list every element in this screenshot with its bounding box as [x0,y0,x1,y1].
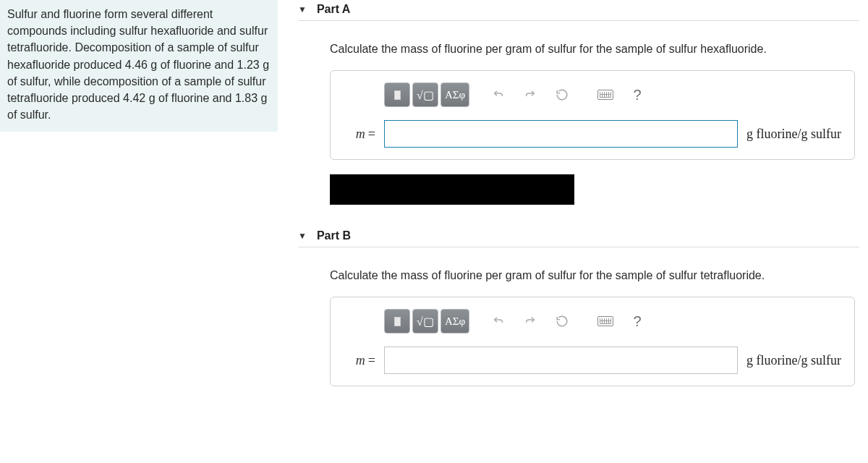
help-button[interactable]: ? [623,309,652,334]
reset-button[interactable] [548,309,576,334]
problem-statement: Sulfur and fluorine form several differe… [0,0,278,132]
help-button[interactable]: ? [623,82,652,107]
part-b-header[interactable]: ▼ Part B [298,226,859,247]
equation-toolbar: √▢ ΑΣφ ? [384,309,841,334]
greek-button[interactable]: ΑΣφ [441,309,469,334]
part-a-units: g fluorine/g sulfur [746,127,841,142]
greek-button[interactable]: ΑΣφ [441,82,469,107]
redo-button[interactable] [516,82,545,107]
root-button[interactable]: √▢ [412,82,438,107]
part-a-header[interactable]: ▼ Part A [298,0,859,21]
variable-label: m= [344,353,375,368]
part-b-prompt: Calculate the mass of fluorine per gram … [330,269,855,282]
equation-toolbar: √▢ ΑΣφ ? [384,82,841,107]
reset-button[interactable] [548,82,576,107]
part-a-prompt: Calculate the mass of fluorine per gram … [330,43,855,56]
variable-label: m= [344,127,375,142]
keyboard-icon [597,316,613,326]
templates-button[interactable] [384,82,410,107]
undo-button[interactable] [484,309,513,334]
chevron-down-icon: ▼ [298,4,307,14]
part-b-units: g fluorine/g sulfur [746,353,841,368]
root-button[interactable]: √▢ [412,309,438,334]
chevron-down-icon: ▼ [298,231,307,241]
keyboard-button[interactable] [591,82,620,107]
redo-button[interactable] [516,309,545,334]
templates-button[interactable] [384,309,410,334]
part-a-answer-area: √▢ ΑΣφ ? [330,70,855,160]
part-b-title: Part B [317,229,351,242]
part-a-answer-input[interactable] [384,120,738,148]
part-b-answer-area: √▢ ΑΣφ ? [330,297,855,386]
part-a-title: Part A [317,3,351,16]
redacted-block [330,174,574,205]
keyboard-button[interactable] [591,309,620,334]
keyboard-icon [597,90,613,100]
part-b-answer-input[interactable] [384,347,738,374]
undo-button[interactable] [484,82,513,107]
